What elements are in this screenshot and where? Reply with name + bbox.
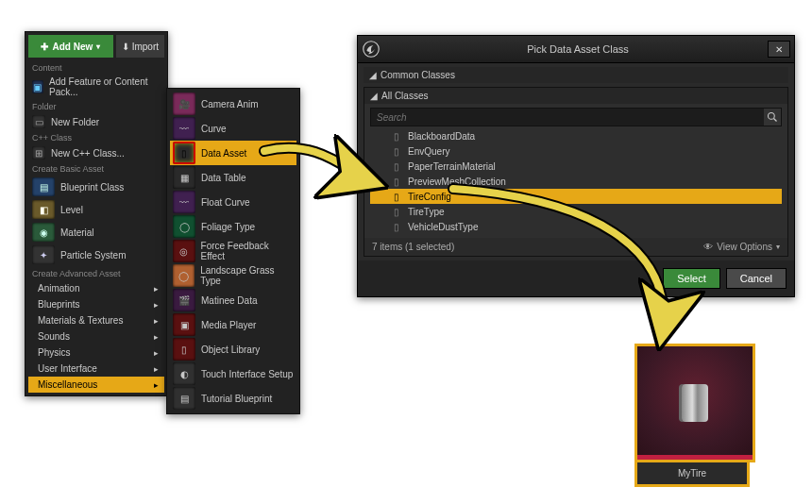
camera-icon: 🎥 (173, 92, 195, 115)
folder-icon: ▭ (32, 115, 45, 128)
menu-label: Physics (38, 347, 70, 358)
dialog-titlebar[interactable]: Pick Data Asset Class ✕ (358, 36, 794, 63)
submenu-label: Matinee Data (201, 295, 257, 306)
select-label: Select (677, 273, 706, 284)
submenu-matinee[interactable]: 🎬Matinee Data (170, 288, 296, 312)
search-button[interactable] (764, 109, 781, 126)
menu-particle[interactable]: ✦ Particle System (28, 244, 164, 266)
menu-label: New Folder (51, 117, 99, 127)
package-icon: ▣ (32, 80, 43, 93)
menu-physics[interactable]: Physics▸ (28, 344, 164, 361)
submenu-label: Landscape Grass Type (200, 265, 294, 286)
menu-label: Add Feature or Content Pack... (49, 76, 161, 97)
submenu-force-feedback[interactable]: ◎Force Feedback Effect (170, 239, 296, 263)
section-cpp: C++ Class (28, 130, 164, 144)
import-label: Import (132, 42, 159, 52)
view-options-button[interactable]: 👁 View Options ▾ (703, 242, 780, 252)
search-input[interactable] (371, 109, 764, 126)
menu-add-feature[interactable]: ▣ Add Feature or Content Pack... (28, 75, 164, 99)
submenu-label: Curve (201, 124, 227, 134)
submenu-label: Camera Anim (201, 99, 259, 109)
chevron-right-icon: ▸ (154, 316, 159, 326)
menu-materials-textures[interactable]: Materials & Textures▸ (28, 312, 164, 328)
class-icon: ▯ (391, 221, 402, 232)
menu-new-cpp[interactable]: ⊞ New C++ Class... (28, 144, 164, 161)
miscellaneous-submenu: 🎥Camera Anim 〰Curve ▯Data Asset ▦Data Ta… (166, 88, 300, 414)
menu-blueprint-class[interactable]: ▤ Blueprint Class (28, 176, 164, 198)
class-preview-mesh-collection[interactable]: ▯PreviewMeshCollection (370, 174, 782, 189)
tutorial-icon: ▤ (173, 387, 195, 410)
menu-user-interface[interactable]: User Interface▸ (28, 361, 164, 377)
matinee-icon: 🎬 (173, 289, 195, 311)
import-icon: ⬇ (122, 42, 129, 52)
menu-material[interactable]: ◉ Material (28, 221, 164, 244)
cancel-button[interactable]: Cancel (726, 268, 787, 289)
submenu-landscape-grass[interactable]: ◯Landscape Grass Type (170, 263, 296, 288)
submenu-data-asset[interactable]: ▯Data Asset (170, 141, 296, 165)
eye-icon: 👁 (703, 242, 713, 252)
data-asset-icon: ▯ (173, 142, 195, 164)
class-tire-type[interactable]: ▯TireType (370, 204, 782, 219)
search-icon (767, 111, 778, 123)
class-icon: ▯ (391, 145, 402, 157)
submenu-data-table[interactable]: ▦Data Table (170, 165, 296, 190)
submenu-label: Tutorial Blueprint (201, 394, 272, 404)
class-env-query[interactable]: ▯EnvQuery (370, 143, 782, 159)
select-button[interactable]: Select (663, 268, 720, 289)
chevron-right-icon: ▸ (154, 300, 159, 310)
force-feedback-icon: ◎ (173, 240, 195, 262)
common-classes-header[interactable]: ◢ Common Classes (364, 67, 788, 83)
dialog-title: Pick Data Asset Class (388, 43, 768, 55)
cancel-label: Cancel (740, 273, 772, 284)
class-label: TireConfig (408, 192, 451, 202)
pick-data-asset-dialog: Pick Data Asset Class ✕ ◢ Common Classes… (357, 35, 795, 297)
class-icon: ▯ (391, 191, 402, 202)
class-vehicle-dust-type[interactable]: ▯VehicleDustType (370, 219, 782, 234)
class-paper-terrain-material[interactable]: ▯PaperTerrainMaterial (370, 159, 782, 174)
close-button[interactable]: ✕ (768, 41, 790, 58)
menu-new-folder[interactable]: ▭ New Folder (28, 113, 164, 130)
view-options-label: View Options (717, 242, 772, 252)
particle-icon: ✦ (32, 245, 55, 264)
media-icon: ▣ (173, 313, 195, 336)
import-button[interactable]: ⬇ Import (116, 35, 164, 58)
menu-sounds[interactable]: Sounds▸ (28, 328, 164, 344)
dialog-buttons: Select Cancel (358, 260, 794, 296)
submenu-foliage-type[interactable]: ◯Foliage Type (170, 214, 296, 239)
submenu-float-curve[interactable]: 〰Float Curve (170, 190, 296, 214)
menu-miscellaneous[interactable]: Miscellaneous▸ (28, 377, 164, 393)
submenu-touch-interface[interactable]: ◐Touch Interface Setup (170, 361, 296, 386)
menu-label: Material (60, 227, 94, 238)
status-row: 7 items (1 selected) 👁 View Options ▾ (364, 238, 787, 256)
class-blackboard-data[interactable]: ▯BlackboardData (370, 128, 782, 143)
submenu-object-library[interactable]: ▯Object Library (170, 337, 296, 361)
submenu-label: Touch Interface Setup (201, 369, 293, 379)
submenu-camera-anim[interactable]: 🎥Camera Anim (170, 92, 296, 116)
menu-animation[interactable]: Animation▸ (28, 280, 164, 296)
submenu-curve[interactable]: 〰Curve (170, 116, 296, 141)
all-classes-header[interactable]: ◢ All Classes (364, 88, 787, 104)
submenu-tutorial-blueprint[interactable]: ▤Tutorial Blueprint (170, 386, 296, 411)
menu-label: Materials & Textures (38, 315, 123, 326)
submenu-media-player[interactable]: ▣Media Player (170, 312, 296, 337)
close-icon: ✕ (775, 44, 783, 55)
menu-blueprints[interactable]: Blueprints▸ (28, 296, 164, 312)
menu-level[interactable]: ◧ Level (28, 198, 164, 221)
add-new-label: Add New (52, 42, 93, 52)
curve-icon: 〰 (173, 117, 195, 140)
touch-icon: ◐ (173, 362, 195, 385)
menu-label: Level (60, 205, 83, 215)
class-icon: ▯ (391, 130, 402, 142)
class-tire-config[interactable]: ▯TireConfig (370, 189, 782, 204)
chevron-down-icon: ◢ (370, 91, 378, 101)
menu-label: Particle System (60, 250, 126, 260)
add-new-button[interactable]: ✚ Add New ▾ (28, 35, 113, 58)
data-table-icon: ▦ (173, 166, 195, 189)
asset-thumbnail[interactable]: MyTire (634, 344, 750, 487)
blueprint-icon: ▤ (32, 177, 55, 196)
unreal-logo-icon (362, 40, 381, 59)
submenu-label: Force Feedback Effect (201, 241, 294, 261)
menu-label: Blueprints (38, 299, 79, 310)
submenu-label: Data Asset (201, 148, 246, 159)
material-icon: ◉ (32, 223, 55, 242)
